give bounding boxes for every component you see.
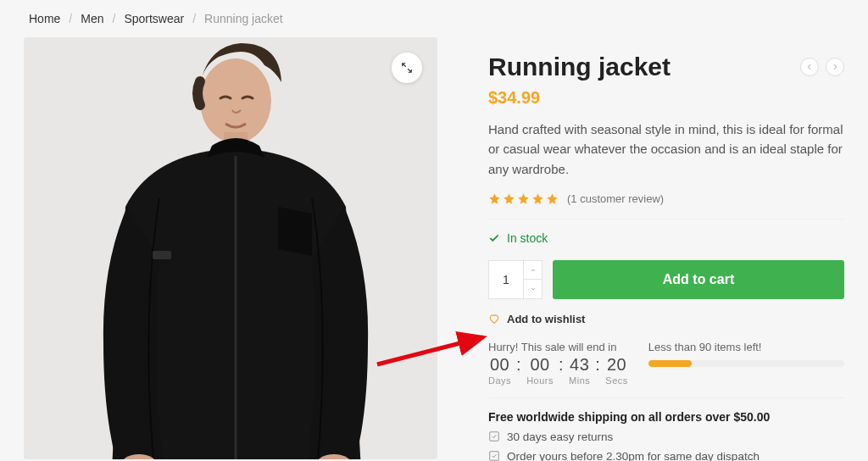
- product-price: $34.99: [488, 88, 844, 108]
- star-icon: [531, 192, 544, 205]
- breadcrumb-home[interactable]: Home: [29, 12, 60, 25]
- quantity-value: 1: [489, 261, 523, 298]
- rating-stars: [488, 192, 559, 205]
- countdown-days: 00: [490, 355, 509, 375]
- breadcrumb-sep: /: [69, 12, 72, 25]
- add-to-cart-button[interactable]: Add to cart: [553, 260, 844, 299]
- chevron-left-icon: [805, 63, 814, 71]
- wishlist-label: Add to wishlist: [507, 313, 585, 325]
- perk-dispatch: Order yours before 2.30pm for same day d…: [488, 450, 844, 461]
- next-product-button[interactable]: [826, 58, 844, 76]
- countdown-secs: 20: [607, 355, 626, 375]
- prev-product-button[interactable]: [800, 58, 819, 76]
- chevron-down-icon: [530, 286, 537, 292]
- expand-icon: [401, 62, 413, 74]
- breadcrumb: Home / Men / Sportswear / Running jacket: [24, 7, 844, 37]
- stock-remaining-label: Less than 90 items left!: [648, 341, 844, 353]
- check-square-icon: [488, 430, 500, 442]
- star-icon: [546, 192, 559, 205]
- quantity-up-button[interactable]: [524, 261, 542, 280]
- svg-rect-6: [490, 432, 499, 442]
- product-image: [24, 37, 437, 459]
- countdown-timer: 00Days : 00Hours : 43Mins : 20Secs: [488, 355, 628, 386]
- star-icon: [488, 192, 501, 205]
- countdown-hours: 00: [530, 355, 549, 375]
- expand-image-button[interactable]: [392, 53, 422, 83]
- shipping-headline: Free worldwide shipping on all orders ov…: [488, 410, 844, 424]
- stock-progress-fill: [648, 360, 692, 367]
- stock-label: In stock: [507, 231, 548, 245]
- breadcrumb-men[interactable]: Men: [81, 12, 103, 25]
- svg-rect-7: [490, 452, 499, 461]
- stock-status: In stock: [488, 231, 844, 245]
- product-gallery[interactable]: [24, 37, 437, 459]
- add-to-wishlist-button[interactable]: Add to wishlist: [488, 313, 844, 325]
- quantity-stepper[interactable]: 1: [488, 260, 542, 299]
- quantity-down-button[interactable]: [524, 279, 542, 298]
- stock-progress: [648, 360, 844, 367]
- check-icon: [488, 232, 500, 244]
- star-icon: [503, 192, 515, 205]
- breadcrumb-sportswear[interactable]: Sportswear: [124, 12, 184, 25]
- chevron-right-icon: [831, 63, 839, 71]
- product-title: Running jacket: [488, 53, 670, 81]
- star-icon: [517, 192, 530, 205]
- svg-point-1: [200, 58, 271, 143]
- breadcrumb-sep: /: [112, 12, 115, 25]
- product-description: Hand crafted with seasonal style in mind…: [488, 119, 844, 179]
- reviews-link[interactable]: (1 customer review): [567, 192, 664, 205]
- breadcrumb-current: Running jacket: [204, 12, 283, 25]
- breadcrumb-sep: /: [192, 12, 196, 25]
- countdown-label: Hurry! This sale will end in: [488, 341, 628, 353]
- svg-rect-3: [153, 251, 171, 259]
- check-square-icon: [488, 450, 500, 461]
- perk-returns: 30 days easy returns: [488, 430, 844, 443]
- countdown-mins: 43: [570, 355, 589, 375]
- chevron-up-icon: [530, 267, 537, 274]
- heart-icon: [488, 313, 500, 325]
